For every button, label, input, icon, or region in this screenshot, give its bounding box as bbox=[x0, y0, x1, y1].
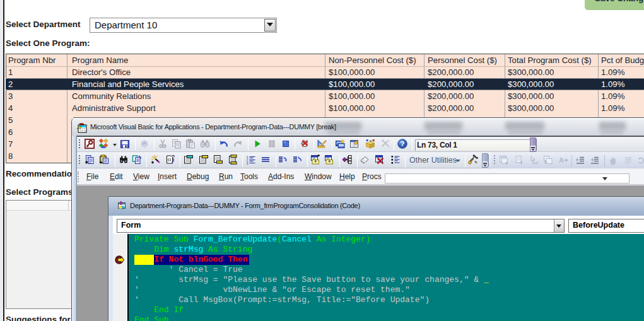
svg-text:A: A bbox=[559, 156, 564, 164]
svg-text:3: 3 bbox=[247, 161, 249, 165]
svg-text:?: ? bbox=[400, 140, 404, 148]
